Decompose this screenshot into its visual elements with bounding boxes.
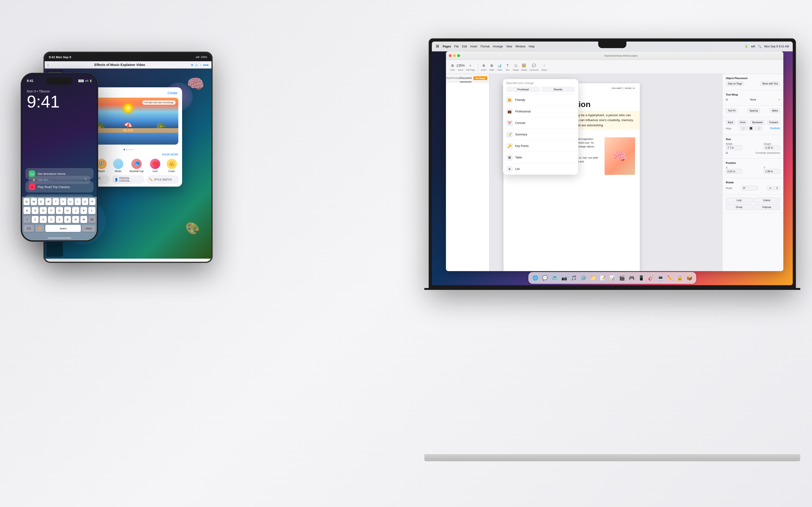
key-x[interactable]: X xyxy=(40,216,47,223)
arrange-tab-active[interactable]: Arrange xyxy=(473,76,487,80)
key-j[interactable]: J xyxy=(72,207,79,214)
key-v[interactable]: V xyxy=(56,216,63,223)
constrain-checkbox[interactable]: ☑ xyxy=(726,152,728,154)
rewrite-option[interactable]: Rewrite xyxy=(541,87,575,92)
menubar-search-icon[interactable]: 🔍 xyxy=(758,45,761,48)
key-t[interactable]: T xyxy=(53,198,59,205)
group-button[interactable]: Group xyxy=(726,205,753,210)
dock-appstore[interactable]: 📱 xyxy=(637,274,646,282)
style-sketch-prompt[interactable]: ✏️ STYLE SKETCH xyxy=(146,175,179,184)
dock-music[interactable]: 🎵 xyxy=(569,274,578,282)
key-u[interactable]: U xyxy=(67,198,73,205)
key-w[interactable]: W xyxy=(31,198,37,205)
window-minimize-button[interactable] xyxy=(453,54,456,57)
dock-files[interactable]: 📁 xyxy=(589,274,597,282)
key-e[interactable]: E xyxy=(38,198,44,205)
key-space[interactable]: space xyxy=(45,225,81,232)
key-shift[interactable]: ⇧ xyxy=(23,216,31,223)
dock-maps[interactable]: 🗺️ xyxy=(550,274,559,282)
sidebar-tab-style[interactable]: Style xyxy=(446,74,452,82)
apple-menu-icon[interactable]: ⌘ xyxy=(436,44,439,49)
dock-guitar[interactable]: 🎸 xyxy=(647,274,655,282)
lock-button[interactable]: Lock xyxy=(726,198,753,203)
window-close-button[interactable] xyxy=(449,54,452,57)
menu-file[interactable]: File xyxy=(454,45,459,48)
key-b[interactable]: B xyxy=(64,216,71,223)
dock-numbers[interactable]: 📊 xyxy=(608,274,616,282)
key-return[interactable]: return xyxy=(82,225,95,232)
ipad-back-icon[interactable]: ‹ xyxy=(47,63,49,67)
ipad-toolbar-icon-4[interactable]: ●●● xyxy=(203,63,209,67)
toolbar-comment-btn[interactable]: 💬 Comment xyxy=(529,63,539,71)
menu-window[interactable]: Window xyxy=(515,45,525,48)
key-f[interactable]: F xyxy=(48,207,55,214)
dock-security[interactable]: 🔒 xyxy=(675,274,684,282)
toolbar-shape-btn[interactable]: ◻ Shape xyxy=(513,63,519,71)
toolbar-chart-btn[interactable]: 📊 Chart xyxy=(497,63,503,71)
menu-insert[interactable]: Insert xyxy=(470,45,477,48)
toolbar-text-btn[interactable]: T Text xyxy=(505,63,511,71)
suggestion-crown[interactable]: 👑 Crown xyxy=(166,159,177,172)
ipad-toolbar-icon-2[interactable]: ◻ xyxy=(195,63,198,67)
sidebar-tab-format[interactable]: Format xyxy=(452,74,460,82)
dock-notes[interactable]: 📝 xyxy=(598,274,607,282)
key-g[interactable]: G xyxy=(56,207,63,214)
angle-input[interactable] xyxy=(742,186,758,190)
key-l[interactable]: L xyxy=(88,207,95,214)
writing-tools-describe[interactable]: Describe your change xyxy=(506,81,575,85)
flip-horizontal-btn[interactable]: ⇔ xyxy=(767,186,773,190)
key-c[interactable]: C xyxy=(48,216,55,223)
menu-format[interactable]: Format xyxy=(480,45,490,48)
person-choose-prompt[interactable]: 👤 PERSON CHOOSE... xyxy=(112,175,145,184)
dock-imovie[interactable]: 🎬 xyxy=(618,274,626,282)
key-z[interactable]: Z xyxy=(32,216,39,223)
ipad-toolbar-icon-3[interactable]: ↑ xyxy=(200,63,201,67)
wt-concise[interactable]: ✂️ Concise xyxy=(503,117,578,129)
key-i[interactable]: I xyxy=(75,198,81,205)
front-btn[interactable]: Front xyxy=(738,120,747,125)
y-input[interactable] xyxy=(764,169,780,174)
alpha-btn[interactable]: Alpha xyxy=(770,108,780,113)
ipad-toolbar-icon-1[interactable]: ⊕ xyxy=(191,63,193,67)
align-center-btn[interactable]: ⬛ xyxy=(747,126,754,130)
ungroup-button[interactable]: Ungroup xyxy=(754,205,780,210)
key-q[interactable]: Q xyxy=(23,198,30,205)
dock-messages[interactable]: 💬 xyxy=(541,274,549,282)
toolbar-addpage-btn[interactable]: + Add Page xyxy=(466,63,475,71)
backward-btn[interactable]: Backward xyxy=(750,120,765,125)
menu-view[interactable]: View xyxy=(506,45,512,48)
back-btn[interactable]: Back xyxy=(726,120,735,125)
align-right-btn[interactable]: ⬜ xyxy=(755,126,762,130)
key-n[interactable]: N xyxy=(72,216,79,223)
siri-input-bar[interactable]: ⚡ Ask Siri... 🎤 xyxy=(29,176,90,184)
toolbar-table-btn[interactable]: ⊞ Table xyxy=(489,63,495,71)
key-m[interactable]: M xyxy=(80,216,87,223)
forward-btn[interactable]: Forward xyxy=(767,120,780,125)
proofread-option[interactable]: Proofread xyxy=(506,87,540,92)
dock-arcade[interactable]: 🎮 xyxy=(627,274,636,282)
toolbar-view-btn[interactable]: ⊞ View xyxy=(450,63,455,71)
sidebar-tab-document[interactable]: Document xyxy=(460,74,471,82)
menu-help[interactable]: Help xyxy=(529,45,535,48)
key-o[interactable]: O xyxy=(82,198,88,205)
dock-xcode[interactable]: 💻 xyxy=(656,274,665,282)
flip-vertical-btn[interactable]: ⇕ xyxy=(774,186,780,190)
wt-friendly[interactable]: 😊 Friendly xyxy=(503,94,578,106)
show-more-button[interactable]: SHOW MORE xyxy=(162,153,178,156)
wt-professional[interactable]: 💼 Professional xyxy=(503,106,578,117)
menu-arrange[interactable]: Arrange xyxy=(493,45,503,48)
key-k[interactable]: K xyxy=(80,207,87,214)
text-fit-btn[interactable]: Text Fit xyxy=(726,108,738,113)
height-input[interactable] xyxy=(764,145,780,150)
suggestion-baseball-cap[interactable]: 🧢 Baseball Cap xyxy=(130,159,144,172)
key-123[interactable]: 123 xyxy=(23,225,34,232)
suggestion-love[interactable]: ❤️ Love xyxy=(150,159,160,172)
dock-finder[interactable]: 🌐 xyxy=(531,274,540,282)
toolbar-media-btn[interactable]: 🖼️ Media xyxy=(521,63,527,71)
key-h[interactable]: H xyxy=(64,207,71,214)
wt-table[interactable]: ⊞ Table xyxy=(503,152,578,163)
wt-list[interactable]: ≡ List xyxy=(503,163,578,175)
unlock-button[interactable]: Unlock xyxy=(754,198,780,203)
toolbar-share-btn[interactable]: ↑ Share xyxy=(541,63,547,71)
dock-photos[interactable]: 📷 xyxy=(560,274,568,282)
